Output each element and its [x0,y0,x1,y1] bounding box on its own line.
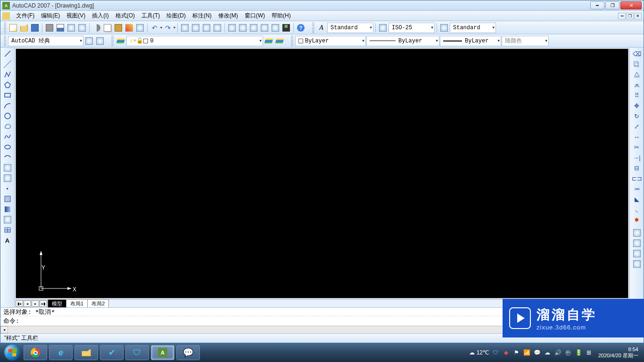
plot-preview-button[interactable] [55,23,66,33]
tray-network-icon[interactable]: 📶 [523,349,530,356]
menu-view[interactable]: 视图(V) [63,11,89,21]
table-style-mgr-button[interactable] [439,23,449,33]
text-style-mgr-button[interactable]: A [316,23,327,33]
markup-button[interactable] [270,23,281,33]
tray-ime-icon[interactable]: ㊥ [564,349,572,356]
chamfer-button[interactable]: ◣ [632,194,642,204]
array-button[interactable]: ⠿ [632,90,642,100]
task-security[interactable]: ✔ [100,345,124,360]
table-style-dropdown[interactable]: Standard ▼ [450,23,496,33]
zoom-window-button[interactable] [201,23,212,33]
move-button[interactable]: ✥ [632,100,642,111]
tray-battery-icon[interactable]: 🔋 [575,349,582,356]
stretch-button[interactable]: ↔ [632,132,642,142]
toolbar-grip[interactable] [4,23,6,33]
ellipse-button[interactable] [2,142,13,152]
undo-button[interactable]: ↶ [149,23,160,33]
tool-palette-btn-1[interactable] [632,228,642,238]
tray-wechat-icon[interactable]: 💬 [533,349,541,356]
extend-button[interactable]: →| [632,152,642,163]
tab-prev-button[interactable]: ◂ [24,300,31,307]
break-button[interactable]: ⊏⊐ [632,173,642,183]
menu-dimension[interactable]: 标注(N) [189,11,215,21]
menu-file[interactable]: 文件(F) [13,11,38,21]
explode-button[interactable]: ✸ [632,214,642,225]
dim-style-dropdown[interactable]: ISO-25 ▼ [388,23,435,33]
tool-palette-btn-3[interactable] [632,248,642,259]
arc-button[interactable] [2,100,13,111]
rectangle-button[interactable] [2,90,13,100]
make-block-button[interactable] [2,173,13,183]
save-button[interactable] [30,23,40,33]
help-button[interactable]: ? [296,23,306,33]
pan-button[interactable] [180,23,190,33]
tab-first-button[interactable]: ▮◂ [16,300,23,307]
plot-button[interactable] [44,23,55,33]
menu-tools[interactable]: 工具(T) [138,11,163,21]
minimize-button[interactable]: ━ [590,1,604,9]
copy-button[interactable] [102,23,113,33]
tab-layout2[interactable]: 布局2 [87,299,109,308]
color-dropdown[interactable]: ByLayer ▼ [295,36,366,46]
start-button[interactable] [3,343,22,362]
fillet-button[interactable]: ◟ [632,204,642,214]
match-props-button[interactable] [124,23,134,33]
ellipse-arc-button[interactable] [2,152,13,163]
offset-button[interactable]: ⩕ [632,80,642,90]
tool-palettes-button[interactable] [248,23,259,33]
gradient-button[interactable] [2,204,13,214]
table-button[interactable] [2,225,13,235]
undo-dropdown[interactable]: ▾ [160,25,162,30]
mirror-button[interactable]: ⧋ [632,69,642,80]
tray-weather[interactable]: ☁ 12℃ [469,349,489,356]
layer-dropdown[interactable]: ♀ ☀ 🔓 0 ▼ [126,36,263,46]
task-explorer[interactable] [74,345,98,360]
tray-app-icon[interactable]: ◆ [502,349,510,356]
block-editor-button[interactable] [135,23,145,33]
sheet-set-button[interactable] [259,23,270,33]
text-style-dropdown[interactable]: Standard ▼ [327,23,373,33]
tool-palette-btn-2[interactable] [632,238,642,248]
design-center-button[interactable] [238,23,248,33]
construction-line-button[interactable] [2,59,13,69]
tray-security-icon[interactable]: 🛡 [492,349,499,356]
scale-button[interactable]: ⤢ [632,121,642,132]
workspace-dropdown[interactable]: AutoCAD 经典 ▼ [8,36,83,46]
menu-draw[interactable]: 绘图(D) [163,11,189,21]
menu-modify[interactable]: 修改(M) [215,11,241,21]
erase-button[interactable]: ⌫ [632,49,642,59]
tray-cloud-icon[interactable]: ☁ [544,349,551,356]
redo-button[interactable]: ↶ [163,23,173,33]
mdi-close-button[interactable]: ✕ [634,13,642,19]
toolbar-grip[interactable] [4,36,6,46]
toolbar-grip[interactable] [291,36,293,46]
join-button[interactable]: ⫘ [632,183,642,194]
task-ie[interactable]: e [49,345,73,360]
circle-button[interactable] [2,111,13,121]
layer-state-button[interactable] [274,36,285,46]
tab-next-button[interactable]: ▸ [32,300,39,307]
revcloud-button[interactable] [2,121,13,132]
tab-model[interactable]: 模型 [48,299,66,308]
tray-clock[interactable]: 8:54 2020/4/20 星期一 [595,346,641,359]
hatch-button[interactable] [2,194,13,204]
toolbar-grip[interactable] [111,36,114,46]
my-workspace-button[interactable] [95,36,105,46]
rotate-button[interactable]: ↻ [632,111,642,121]
tool-palette-btn-4[interactable] [632,259,642,269]
mtext-button[interactable]: A [2,235,13,246]
plot-style-dropdown[interactable]: 随颜色 ▼ [502,36,549,46]
redo-dropdown[interactable]: ▾ [173,25,175,30]
zoom-realtime-button[interactable] [190,23,201,33]
cut-button[interactable] [91,23,102,33]
spline-button[interactable] [2,132,13,142]
break-at-point-button[interactable]: ⊟ [632,163,642,173]
tray-flag-icon[interactable]: ⚑ [512,349,520,356]
drawing-canvas[interactable]: Y X [16,49,628,298]
open-button[interactable] [19,23,29,33]
trim-button[interactable]: ✂ [632,142,642,152]
publish-button[interactable] [66,23,76,33]
region-button[interactable] [2,214,13,225]
menu-insert[interactable]: 插入(I) [89,11,112,21]
new-button[interactable] [8,23,18,33]
